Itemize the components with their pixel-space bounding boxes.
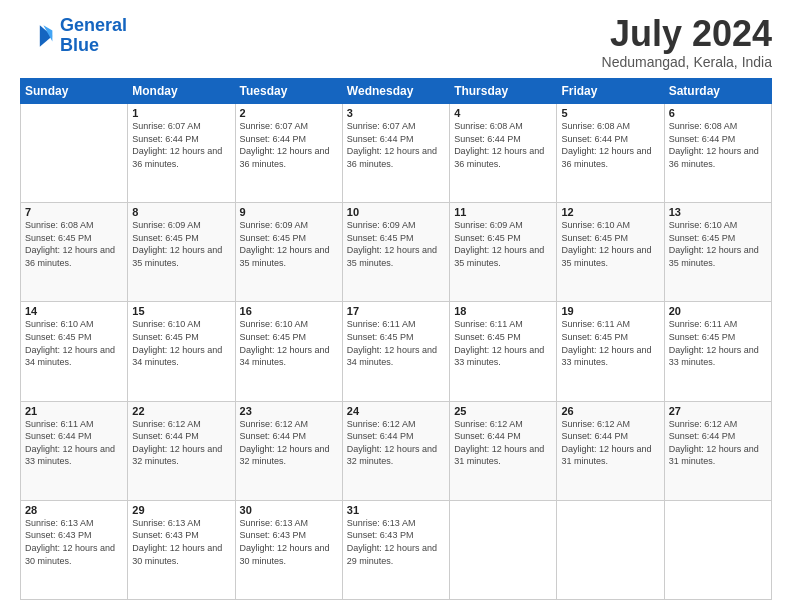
cell-info: Sunrise: 6:11 AMSunset: 6:45 PMDaylight:… xyxy=(669,319,759,367)
day-number: 3 xyxy=(347,107,445,119)
calendar-cell: 31Sunrise: 6:13 AMSunset: 6:43 PMDayligh… xyxy=(342,500,449,599)
calendar-cell xyxy=(664,500,771,599)
day-number: 23 xyxy=(240,405,338,417)
day-number: 24 xyxy=(347,405,445,417)
title-block: July 2024 Nedumangad, Kerala, India xyxy=(602,16,772,70)
calendar-table: Sunday Monday Tuesday Wednesday Thursday… xyxy=(20,78,772,600)
cell-info: Sunrise: 6:09 AMSunset: 6:45 PMDaylight:… xyxy=(132,220,222,268)
calendar-cell: 19Sunrise: 6:11 AMSunset: 6:45 PMDayligh… xyxy=(557,302,664,401)
cell-info: Sunrise: 6:07 AMSunset: 6:44 PMDaylight:… xyxy=(240,121,330,169)
cell-info: Sunrise: 6:12 AMSunset: 6:44 PMDaylight:… xyxy=(347,419,437,467)
logo-text: General Blue xyxy=(60,16,127,56)
calendar-cell: 28Sunrise: 6:13 AMSunset: 6:43 PMDayligh… xyxy=(21,500,128,599)
calendar-cell: 14Sunrise: 6:10 AMSunset: 6:45 PMDayligh… xyxy=(21,302,128,401)
logo-icon xyxy=(20,18,56,54)
day-number: 19 xyxy=(561,305,659,317)
col-wednesday: Wednesday xyxy=(342,79,449,104)
cell-info: Sunrise: 6:09 AMSunset: 6:45 PMDaylight:… xyxy=(347,220,437,268)
calendar-cell: 10Sunrise: 6:09 AMSunset: 6:45 PMDayligh… xyxy=(342,203,449,302)
calendar-week-3: 14Sunrise: 6:10 AMSunset: 6:45 PMDayligh… xyxy=(21,302,772,401)
day-number: 30 xyxy=(240,504,338,516)
cell-info: Sunrise: 6:09 AMSunset: 6:45 PMDaylight:… xyxy=(454,220,544,268)
day-number: 10 xyxy=(347,206,445,218)
day-number: 1 xyxy=(132,107,230,119)
cell-info: Sunrise: 6:10 AMSunset: 6:45 PMDaylight:… xyxy=(240,319,330,367)
col-friday: Friday xyxy=(557,79,664,104)
day-number: 6 xyxy=(669,107,767,119)
cell-info: Sunrise: 6:10 AMSunset: 6:45 PMDaylight:… xyxy=(561,220,651,268)
calendar-cell: 3Sunrise: 6:07 AMSunset: 6:44 PMDaylight… xyxy=(342,104,449,203)
calendar-cell: 15Sunrise: 6:10 AMSunset: 6:45 PMDayligh… xyxy=(128,302,235,401)
day-number: 4 xyxy=(454,107,552,119)
day-number: 5 xyxy=(561,107,659,119)
calendar-week-1: 1Sunrise: 6:07 AMSunset: 6:44 PMDaylight… xyxy=(21,104,772,203)
day-number: 18 xyxy=(454,305,552,317)
day-number: 25 xyxy=(454,405,552,417)
calendar-cell xyxy=(450,500,557,599)
col-tuesday: Tuesday xyxy=(235,79,342,104)
calendar-cell: 2Sunrise: 6:07 AMSunset: 6:44 PMDaylight… xyxy=(235,104,342,203)
col-monday: Monday xyxy=(128,79,235,104)
day-number: 26 xyxy=(561,405,659,417)
day-number: 13 xyxy=(669,206,767,218)
cell-info: Sunrise: 6:12 AMSunset: 6:44 PMDaylight:… xyxy=(561,419,651,467)
day-number: 31 xyxy=(347,504,445,516)
calendar-cell: 8Sunrise: 6:09 AMSunset: 6:45 PMDaylight… xyxy=(128,203,235,302)
cell-info: Sunrise: 6:13 AMSunset: 6:43 PMDaylight:… xyxy=(25,518,115,566)
cell-info: Sunrise: 6:12 AMSunset: 6:44 PMDaylight:… xyxy=(454,419,544,467)
cell-info: Sunrise: 6:08 AMSunset: 6:44 PMDaylight:… xyxy=(669,121,759,169)
cell-info: Sunrise: 6:11 AMSunset: 6:45 PMDaylight:… xyxy=(561,319,651,367)
cell-info: Sunrise: 6:12 AMSunset: 6:44 PMDaylight:… xyxy=(669,419,759,467)
calendar-cell: 11Sunrise: 6:09 AMSunset: 6:45 PMDayligh… xyxy=(450,203,557,302)
calendar-cell: 13Sunrise: 6:10 AMSunset: 6:45 PMDayligh… xyxy=(664,203,771,302)
calendar-cell xyxy=(557,500,664,599)
cell-info: Sunrise: 6:11 AMSunset: 6:45 PMDaylight:… xyxy=(347,319,437,367)
calendar-cell: 20Sunrise: 6:11 AMSunset: 6:45 PMDayligh… xyxy=(664,302,771,401)
day-number: 7 xyxy=(25,206,123,218)
day-number: 17 xyxy=(347,305,445,317)
cell-info: Sunrise: 6:08 AMSunset: 6:44 PMDaylight:… xyxy=(454,121,544,169)
calendar-week-5: 28Sunrise: 6:13 AMSunset: 6:43 PMDayligh… xyxy=(21,500,772,599)
day-number: 28 xyxy=(25,504,123,516)
calendar-cell: 17Sunrise: 6:11 AMSunset: 6:45 PMDayligh… xyxy=(342,302,449,401)
cell-info: Sunrise: 6:13 AMSunset: 6:43 PMDaylight:… xyxy=(240,518,330,566)
col-sunday: Sunday xyxy=(21,79,128,104)
calendar-cell: 25Sunrise: 6:12 AMSunset: 6:44 PMDayligh… xyxy=(450,401,557,500)
col-thursday: Thursday xyxy=(450,79,557,104)
calendar-cell: 7Sunrise: 6:08 AMSunset: 6:45 PMDaylight… xyxy=(21,203,128,302)
calendar-cell xyxy=(21,104,128,203)
calendar-cell: 23Sunrise: 6:12 AMSunset: 6:44 PMDayligh… xyxy=(235,401,342,500)
calendar-week-4: 21Sunrise: 6:11 AMSunset: 6:44 PMDayligh… xyxy=(21,401,772,500)
cell-info: Sunrise: 6:13 AMSunset: 6:43 PMDaylight:… xyxy=(347,518,437,566)
calendar-week-2: 7Sunrise: 6:08 AMSunset: 6:45 PMDaylight… xyxy=(21,203,772,302)
calendar-cell: 26Sunrise: 6:12 AMSunset: 6:44 PMDayligh… xyxy=(557,401,664,500)
calendar-cell: 22Sunrise: 6:12 AMSunset: 6:44 PMDayligh… xyxy=(128,401,235,500)
cell-info: Sunrise: 6:09 AMSunset: 6:45 PMDaylight:… xyxy=(240,220,330,268)
cell-info: Sunrise: 6:07 AMSunset: 6:44 PMDaylight:… xyxy=(347,121,437,169)
calendar-cell: 16Sunrise: 6:10 AMSunset: 6:45 PMDayligh… xyxy=(235,302,342,401)
col-saturday: Saturday xyxy=(664,79,771,104)
cell-info: Sunrise: 6:11 AMSunset: 6:45 PMDaylight:… xyxy=(454,319,544,367)
cell-info: Sunrise: 6:10 AMSunset: 6:45 PMDaylight:… xyxy=(132,319,222,367)
page: General Blue July 2024 Nedumangad, Keral… xyxy=(0,0,792,612)
calendar-cell: 27Sunrise: 6:12 AMSunset: 6:44 PMDayligh… xyxy=(664,401,771,500)
cell-info: Sunrise: 6:08 AMSunset: 6:44 PMDaylight:… xyxy=(561,121,651,169)
header: General Blue July 2024 Nedumangad, Keral… xyxy=(20,16,772,70)
day-number: 11 xyxy=(454,206,552,218)
day-number: 21 xyxy=(25,405,123,417)
day-number: 2 xyxy=(240,107,338,119)
day-number: 16 xyxy=(240,305,338,317)
cell-info: Sunrise: 6:12 AMSunset: 6:44 PMDaylight:… xyxy=(240,419,330,467)
month-title: July 2024 xyxy=(602,16,772,52)
cell-info: Sunrise: 6:07 AMSunset: 6:44 PMDaylight:… xyxy=(132,121,222,169)
calendar-cell: 24Sunrise: 6:12 AMSunset: 6:44 PMDayligh… xyxy=(342,401,449,500)
cell-info: Sunrise: 6:08 AMSunset: 6:45 PMDaylight:… xyxy=(25,220,115,268)
cell-info: Sunrise: 6:11 AMSunset: 6:44 PMDaylight:… xyxy=(25,419,115,467)
day-number: 29 xyxy=(132,504,230,516)
calendar-cell: 5Sunrise: 6:08 AMSunset: 6:44 PMDaylight… xyxy=(557,104,664,203)
day-number: 22 xyxy=(132,405,230,417)
cell-info: Sunrise: 6:12 AMSunset: 6:44 PMDaylight:… xyxy=(132,419,222,467)
logo-line2: Blue xyxy=(60,35,99,55)
calendar-cell: 21Sunrise: 6:11 AMSunset: 6:44 PMDayligh… xyxy=(21,401,128,500)
calendar-cell: 6Sunrise: 6:08 AMSunset: 6:44 PMDaylight… xyxy=(664,104,771,203)
